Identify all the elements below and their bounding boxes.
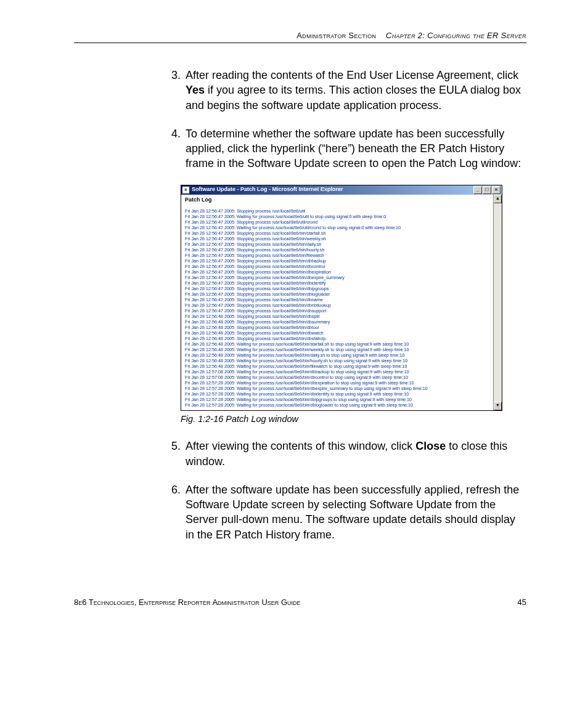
log-line: Fri Jan 28 12:56:47 2005: Stopping proce… [185,230,491,236]
step-number: 6. [163,482,186,542]
log-line: Fri Jan 28 12:56:48 2005: Waiting for pr… [185,341,491,347]
log-line: Fri Jan 28 12:56:47 2005: Waiting for pr… [185,225,491,230]
log-line: Fri Jan 28 12:56:48 2005: Waiting for pr… [185,363,491,369]
step-6: 6. After the software update has been su… [163,482,526,542]
ie-content: Patch Log Fri Jan 28 12:56:47 2005: Stop… [181,195,493,410]
log-line: Fri Jan 28 12:56:47 2005: Stopping proce… [185,208,491,214]
patch-log-lines: Fri Jan 28 12:56:47 2005: Stopping proce… [185,208,491,408]
page-footer: 8e6 Technologies, Enterprise Reporter Ad… [74,598,526,607]
log-line: Fri Jan 28 12:57:28 2005: Waiting for pr… [185,397,491,402]
log-line: Fri Jan 28 12:56:47 2005: Stopping proce… [185,247,491,253]
step-text: After reading the contents of the End Us… [186,68,526,113]
log-line: Fri Jan 28 12:56:48 2005: Stopping proce… [185,336,491,341]
log-line: Fri Jan 28 12:57:28 2005: Waiting for pr… [185,402,491,408]
log-line: Fri Jan 28 12:56:47 2005: Stopping proce… [185,253,491,258]
minimize-button[interactable]: _ [473,186,482,194]
step-4: 4. To determine whether the software upd… [163,126,526,171]
scroll-up-button[interactable]: ▲ [494,195,502,203]
ie-app-icon: e [182,187,189,193]
step-3: 3. After reading the contents of the End… [163,68,526,113]
figure-patch-log: e Software Update - Patch Log - Microsof… [181,185,526,411]
log-line: Fri Jan 28 12:56:47 2005: Waiting for pr… [185,214,491,219]
log-line: Fri Jan 28 12:57:28 2005: Waiting for pr… [185,380,491,386]
header-rule [74,43,526,43]
running-header: Administrator Section Chapter 2: Configu… [74,31,526,43]
figure-caption: Fig. 1:2-16 Patch Log window [181,413,526,426]
scrollbar[interactable]: ▲ ▼ [493,195,502,410]
log-line: Fri Jan 28 12:56:47 2005: Stopping proce… [185,302,491,308]
close-button[interactable]: × [492,186,500,194]
patch-log-heading: Patch Log [185,197,491,203]
log-line: Fri Jan 28 12:56:48 2005: Stopping proce… [185,330,491,336]
log-line: Fri Jan 28 12:56:48 2005: Waiting for pr… [185,358,491,363]
header-chapter: Chapter 2: Configuring the ER Server [386,31,526,40]
log-line: Fri Jan 28 12:56:47 2005: Stopping proce… [185,308,491,314]
log-line: Fri Jan 28 12:56:47 2005: Stopping proce… [185,280,491,286]
log-line: Fri Jan 28 12:56:47 2005: Stopping proce… [185,236,491,241]
step-number: 5. [163,439,186,469]
log-line: Fri Jan 28 12:56:47 2005: Stopping proce… [185,275,491,280]
step-text: After the software update has been succe… [186,482,526,542]
log-line: Fri Jan 28 12:56:48 2005: Waiting for pr… [185,347,491,352]
footer-text: 8e6 Technologies, Enterprise Reporter Ad… [74,598,301,607]
log-line: Fri Jan 28 12:56:47 2005: Stopping proce… [185,219,491,225]
step-text: To determine whether the software update… [186,126,526,171]
log-line: Fri Jan 28 12:56:47 2005: Stopping proce… [185,241,491,247]
log-line: Fri Jan 28 12:56:47 2005: Stopping proce… [185,297,491,302]
log-line: Fri Jan 28 12:56:47 2005: Stopping proce… [185,264,491,269]
log-line: Fri Jan 28 12:56:48 2005: Stopping proce… [185,325,491,330]
step-number: 4. [163,126,186,171]
log-line: Fri Jan 28 12:56:48 2005: Waiting for pr… [185,352,491,358]
log-line: Fri Jan 28 12:57:28 2005: Waiting for pr… [185,391,491,397]
ie-window: e Software Update - Patch Log - Microsof… [181,185,502,411]
log-line: Fri Jan 28 12:56:47 2005: Stopping proce… [185,258,491,264]
ie-titlebar: e Software Update - Patch Log - Microsof… [181,185,502,195]
log-line: Fri Jan 28 12:56:47 2005: Stopping proce… [185,286,491,291]
log-line: Fri Jan 28 12:56:48 2005: Stopping proce… [185,314,491,319]
header-section: Administrator Section [296,31,376,40]
scroll-down-button[interactable]: ▼ [494,402,502,410]
log-line: Fri Jan 28 12:56:48 2005: Stopping proce… [185,319,491,325]
log-line: Fri Jan 28 12:57:08 2005: Waiting for pr… [185,375,491,380]
log-line: Fri Jan 28 12:56:47 2005: Stopping proce… [185,291,491,297]
maximize-button[interactable]: □ [483,186,491,194]
page-number: 45 [518,598,526,607]
log-line: Fri Jan 28 12:57:28 2005: Waiting for pr… [185,386,491,391]
scroll-track[interactable] [494,203,502,402]
log-line: Fri Jan 28 12:57:08 2005: Waiting for pr… [185,369,491,375]
step-5: 5. After viewing the contents of this wi… [163,439,526,469]
ie-window-title: Software Update - Patch Log - Microsoft … [192,187,343,193]
step-number: 3. [163,68,186,113]
log-line: Fri Jan 28 12:56:47 2005: Stopping proce… [185,269,491,275]
step-text: After viewing the contents of this windo… [186,439,526,469]
